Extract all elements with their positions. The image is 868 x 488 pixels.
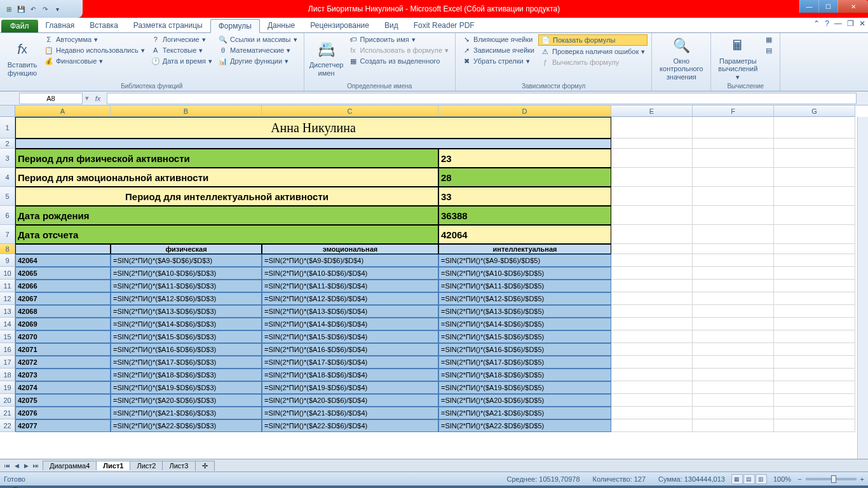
tab-вставка[interactable]: Вставка	[82, 19, 126, 32]
cell[interactable]	[693, 407, 774, 419]
cell[interactable]	[774, 394, 855, 407]
cell[interactable]	[693, 254, 774, 267]
zoom-slider[interactable]	[806, 478, 857, 480]
cell[interactable]: =SIN(2*ПИ()*($A12-$D$6)/$D$5)	[438, 292, 611, 305]
cell[interactable]: =SIN(2*ПИ()*($A16-$D$6)/$D$3)	[111, 343, 262, 356]
cell[interactable]	[774, 292, 855, 305]
maximize-button[interactable]: ☐	[818, 0, 837, 13]
cell[interactable]: 42075	[15, 394, 111, 407]
cell[interactable]	[611, 292, 693, 305]
cell[interactable]: 42064	[438, 225, 611, 244]
cell[interactable]: интеллектуальная	[438, 244, 611, 254]
cell[interactable]: 28	[438, 168, 611, 187]
cell[interactable]: эмоциональная	[262, 244, 438, 254]
remove-arrows-button[interactable]: ✖Убрать стрелки ▾	[459, 56, 537, 66]
excel-icon[interactable]: ⊞	[4, 4, 14, 14]
error-check-button[interactable]: ⚠Проверка наличия ошибок ▾	[538, 46, 648, 57]
cell[interactable]	[774, 187, 855, 206]
cell[interactable]: 42076	[15, 407, 111, 419]
column-header[interactable]: E	[611, 105, 693, 117]
doc-restore-icon[interactable]: ❐	[847, 19, 854, 28]
cell[interactable]	[774, 419, 855, 432]
tab-вид[interactable]: Вид	[377, 19, 406, 32]
cell[interactable]: =SIN(2*ПИ()*($A9-$D$6)/$D$4)	[262, 254, 438, 267]
recent-button[interactable]: 📋Недавно использовались ▾	[42, 45, 147, 55]
row-header[interactable]: 18	[0, 369, 15, 381]
cell[interactable]	[611, 330, 693, 343]
cell[interactable]: физическая	[111, 244, 262, 254]
cell[interactable]: =SIN(2*ПИ()*($A18-$D$6)/$D$3)	[111, 369, 262, 381]
cell[interactable]: =SIN(2*ПИ()*($A16-$D$6)/$D$4)	[262, 343, 438, 356]
trace-dependents-button[interactable]: ➚Зависимые ячейки	[459, 45, 537, 55]
cell[interactable]	[774, 330, 855, 343]
cell[interactable]	[774, 254, 855, 267]
tab-формулы[interactable]: Формулы	[210, 19, 260, 33]
vertical-scrollbar[interactable]	[857, 117, 868, 459]
cell[interactable]	[611, 168, 693, 187]
cell[interactable]: =SIN(2*ПИ()*($A14-$D$6)/$D$3)	[111, 318, 262, 330]
row-header[interactable]: 2	[0, 139, 15, 149]
cell[interactable]: 42069	[15, 318, 111, 330]
cell[interactable]	[611, 206, 693, 225]
cell[interactable]	[15, 139, 611, 149]
cell[interactable]	[693, 225, 774, 244]
doc-min-icon[interactable]: —	[834, 19, 842, 28]
row-header[interactable]: 11	[0, 280, 15, 292]
cell[interactable]	[774, 369, 855, 381]
cell[interactable]: =SIN(2*ПИ()*($A15-$D$6)/$D$5)	[438, 330, 611, 343]
cell[interactable]	[774, 206, 855, 225]
tab-рецензирование[interactable]: Рецензирование	[302, 19, 377, 32]
row-header[interactable]: 16	[0, 343, 15, 356]
row-header[interactable]: 7	[0, 225, 15, 244]
cell[interactable]	[774, 381, 855, 394]
cell[interactable]: =SIN(2*ПИ()*($A22-$D$6)/$D$4)	[262, 419, 438, 432]
cell[interactable]	[611, 225, 693, 244]
qat-dropdown-icon[interactable]: ▾	[52, 4, 62, 14]
next-sheet-icon[interactable]: ▶	[22, 461, 31, 470]
cell[interactable]	[611, 244, 693, 254]
sheet-tab[interactable]: Лист3	[162, 461, 195, 470]
zoom-in-button[interactable]: +	[860, 475, 864, 483]
cell[interactable]	[611, 394, 693, 407]
cell[interactable]: =SIN(2*ПИ()*($A18-$D$6)/$D$5)	[438, 369, 611, 381]
prev-sheet-icon[interactable]: ◀	[12, 461, 21, 470]
cell[interactable]: =SIN(2*ПИ()*($A10-$D$6)/$D$3)	[111, 267, 262, 280]
cell[interactable]: 33	[438, 187, 611, 206]
cell[interactable]: =SIN(2*ПИ()*($A17-$D$6)/$D$3)	[111, 356, 262, 369]
cell[interactable]	[774, 267, 855, 280]
cell[interactable]	[774, 139, 855, 149]
tab-foxit-reader-pdf[interactable]: Foxit Reader PDF	[406, 19, 482, 32]
cell[interactable]	[611, 343, 693, 356]
row-header[interactable]: 9	[0, 254, 15, 267]
cell[interactable]	[693, 369, 774, 381]
tab-данные[interactable]: Данные	[260, 19, 302, 32]
cell[interactable]: 42066	[15, 280, 111, 292]
name-box[interactable]: A8	[19, 93, 83, 104]
cell[interactable]: =SIN(2*ПИ()*($A12-$D$6)/$D$3)	[111, 292, 262, 305]
cell[interactable]	[693, 343, 774, 356]
cell[interactable]	[693, 168, 774, 187]
file-tab[interactable]: Файл	[1, 20, 38, 32]
cell[interactable]: Анна Никулина	[15, 117, 611, 139]
cell[interactable]	[693, 117, 774, 139]
row-header[interactable]: 19	[0, 381, 15, 394]
tab-разметка-страницы[interactable]: Разметка страницы	[126, 19, 210, 32]
cell[interactable]: Период для физической активности	[15, 149, 438, 168]
cell[interactable]	[611, 407, 693, 419]
cell[interactable]	[611, 187, 693, 206]
cell[interactable]: =SIN(2*ПИ()*($A22-$D$6)/$D$3)	[111, 419, 262, 432]
insert-function-button[interactable]: fx Вставить функцию	[4, 34, 41, 82]
cell[interactable]: 42071	[15, 343, 111, 356]
show-formulas-button[interactable]: 📄Показать формулы	[538, 34, 648, 46]
first-sheet-icon[interactable]: ⏮	[3, 461, 11, 470]
cell[interactable]	[611, 117, 693, 139]
cell[interactable]	[693, 394, 774, 407]
page-layout-view-button[interactable]: ▤	[743, 474, 755, 484]
redo-icon[interactable]: ↷	[40, 4, 50, 14]
undo-icon[interactable]: ↶	[28, 4, 38, 14]
row-header[interactable]: 14	[0, 318, 15, 330]
column-header[interactable]: F	[693, 105, 774, 117]
cell[interactable]	[774, 149, 855, 168]
math-button[interactable]: θМатематические ▾	[216, 45, 300, 55]
tab-главная[interactable]: Главная	[38, 19, 83, 32]
